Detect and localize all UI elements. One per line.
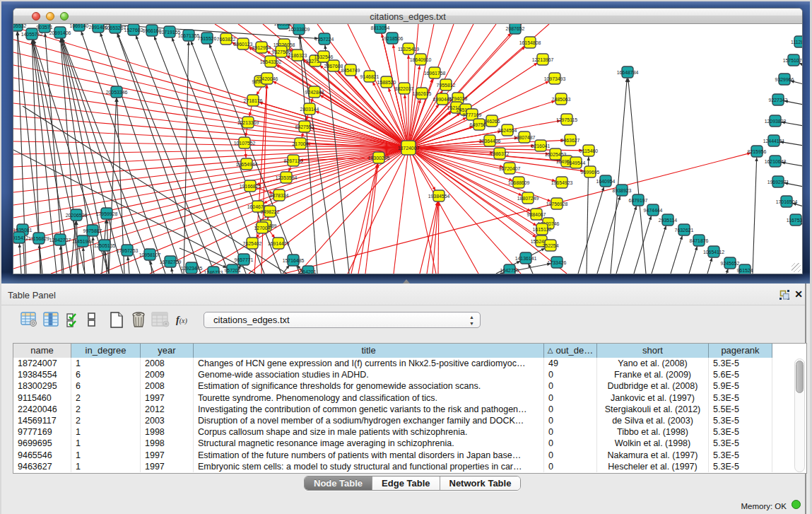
tab-edge-table[interactable]: Edge Table bbox=[372, 477, 440, 490]
table-cell[interactable]: Yano et al. (2008) bbox=[597, 358, 709, 369]
delete-icon[interactable] bbox=[130, 312, 147, 331]
table-row[interactable]: 946554611997Estimation of the future num… bbox=[13, 450, 772, 461]
table-cell[interactable]: Hescheler et al. (1997) bbox=[597, 461, 709, 472]
table-cell[interactable]: 0 bbox=[544, 415, 597, 426]
rows-icon[interactable] bbox=[88, 313, 96, 329]
table-cell[interactable]: 2 bbox=[71, 404, 141, 415]
table-cell[interactable]: 5.3E-5 bbox=[709, 438, 772, 449]
table-cell[interactable]: 5.3E-5 bbox=[709, 426, 772, 438]
table-row[interactable]: 911546021997Tourette syndrome. Phenomeno… bbox=[13, 392, 772, 404]
table-settings-icon[interactable] bbox=[20, 312, 37, 330]
table-cell[interactable]: 1997 bbox=[141, 392, 194, 404]
table-cell[interactable]: 5.3E-5 bbox=[709, 392, 772, 404]
column-header-year[interactable]: year bbox=[141, 344, 194, 358]
table-cell[interactable]: 9463627 bbox=[13, 461, 71, 472]
table-cell[interactable]: Disruption of a novel member of a sodium… bbox=[194, 415, 544, 426]
show-columns-icon[interactable] bbox=[43, 312, 59, 330]
table-cell[interactable]: Jankovic et al. (1997) bbox=[597, 392, 709, 404]
table-cell[interactable]: 1998 bbox=[141, 426, 194, 438]
table-cell[interactable]: 1 bbox=[71, 438, 141, 449]
table-vertical-scrollbar[interactable] bbox=[794, 358, 805, 472]
table-cell[interactable]: Changes of HCN gene expression and I(f) … bbox=[194, 358, 544, 369]
table-cell[interactable]: de Silva et al. (2003) bbox=[597, 415, 709, 426]
table-cell[interactable]: 9465546 bbox=[13, 450, 71, 461]
table-cell[interactable]: 0 bbox=[544, 392, 597, 404]
window-resize-grip[interactable] bbox=[792, 263, 801, 272]
table-row[interactable]: 946362711997Embryonic stem cells: a mode… bbox=[13, 461, 772, 472]
table-cell[interactable]: 6 bbox=[71, 369, 141, 380]
table-cell[interactable]: Corpus callosum shape and size in male p… bbox=[194, 426, 544, 438]
table-cell[interactable]: Investigating the contribution of common… bbox=[194, 404, 544, 415]
scrollbar-thumb[interactable] bbox=[796, 361, 804, 393]
table-cell[interactable]: 5.3E-5 bbox=[709, 358, 772, 369]
table-row[interactable]: 1830029562008Estimation of significance … bbox=[13, 380, 772, 392]
table-row[interactable]: 2242004622012Investigating the contribut… bbox=[13, 404, 772, 415]
close-panel-icon[interactable]: ✕ bbox=[793, 288, 804, 300]
table-cell[interactable]: 5.3E-5 bbox=[709, 415, 772, 426]
table-cell[interactable]: 1 bbox=[71, 461, 141, 472]
table-cell[interactable]: 0 bbox=[544, 450, 597, 461]
table-cell[interactable]: Embryonic stem cells: a model to study s… bbox=[194, 461, 544, 472]
table-cell[interactable]: Structural magnetic resonance image aver… bbox=[194, 438, 544, 449]
column-header-short[interactable]: short bbox=[597, 344, 709, 358]
table-cell[interactable]: 1997 bbox=[141, 461, 194, 472]
table-cell[interactable]: 1998 bbox=[141, 438, 194, 449]
select-columns-icon[interactable] bbox=[66, 313, 81, 330]
table-cell[interactable]: 5.3E-5 bbox=[709, 461, 772, 472]
table-cell[interactable]: Stergiakouli et al. (2012) bbox=[597, 404, 709, 415]
tab-node-table[interactable]: Node Table bbox=[305, 477, 372, 490]
table-cell[interactable]: 5.9E-5 bbox=[709, 380, 772, 392]
table-cell[interactable]: Wolkin et al. (1998) bbox=[597, 438, 709, 449]
window-titlebar[interactable]: citations_edges.txt bbox=[13, 8, 802, 24]
table-cell[interactable]: 2003 bbox=[141, 415, 194, 426]
table-selector-dropdown[interactable]: citations_edges.txt ▲▼ bbox=[204, 312, 481, 328]
table-cell[interactable]: 0 bbox=[544, 461, 597, 472]
column-header-out_de[interactable]: △out_de… bbox=[544, 344, 597, 358]
table-cell[interactable]: 2008 bbox=[141, 358, 194, 369]
table-row[interactable]: 1872400712008Changes of HCN gene express… bbox=[13, 358, 772, 369]
table-cell[interactable]: Franke et al. (2009) bbox=[597, 369, 709, 380]
table-cell[interactable]: 0 bbox=[544, 404, 597, 415]
network-graph-canvas[interactable]: 1605532140557129035712069140610691402091… bbox=[13, 24, 802, 274]
column-header-title[interactable]: title bbox=[194, 344, 544, 358]
column-header-in_degree[interactable]: in_degree bbox=[71, 344, 141, 358]
table-row[interactable]: 969969511998Structural magnetic resonanc… bbox=[13, 438, 772, 449]
float-window-icon[interactable] bbox=[779, 290, 790, 300]
table-cell[interactable]: Dudbridge et al. (2008) bbox=[597, 380, 709, 392]
table-cell[interactable]: 0 bbox=[544, 369, 597, 380]
table-cell[interactable]: Tibbo et al. (1998) bbox=[597, 426, 709, 438]
table-cell[interactable]: Estimation of significance thresholds fo… bbox=[194, 380, 544, 392]
table-cell[interactable]: 9777169 bbox=[13, 426, 71, 438]
table-cell[interactable]: 18300295 bbox=[13, 380, 71, 392]
table-cell[interactable]: 2 bbox=[71, 415, 141, 426]
table-cell[interactable]: 1 bbox=[71, 358, 141, 369]
network-view-window[interactable]: citations_edges.txt 16055321405571290357… bbox=[13, 8, 803, 274]
table-cell[interactable]: 9699695 bbox=[13, 438, 71, 449]
table-cell[interactable]: Tourette syndrome. Phenomenology and cla… bbox=[194, 392, 544, 404]
table-cell[interactable]: 1 bbox=[71, 426, 141, 438]
column-header-pagerank[interactable]: pagerank bbox=[709, 344, 772, 358]
table-cell[interactable]: 14569117 bbox=[13, 415, 71, 426]
table-cell[interactable]: 5.6E-5 bbox=[709, 369, 772, 380]
table-cell[interactable]: 2009 bbox=[141, 369, 194, 380]
citation-network-graph[interactable]: 1605532140557129035712069140610691402091… bbox=[13, 24, 802, 274]
table-row[interactable]: 1456911722003Disruption of a novel membe… bbox=[13, 415, 772, 426]
table-cell[interactable]: 19384554 bbox=[13, 369, 71, 380]
table-cell[interactable]: 1997 bbox=[141, 450, 194, 461]
function-builder-icon[interactable]: f(x) bbox=[176, 314, 187, 326]
table-cell[interactable]: 0 bbox=[544, 426, 597, 438]
table-row[interactable]: 1938455462009Genome-wide association stu… bbox=[13, 369, 772, 380]
table-cell[interactable]: 2012 bbox=[141, 404, 194, 415]
table-cell[interactable]: 9115460 bbox=[13, 392, 71, 404]
table-cell[interactable]: 6 bbox=[71, 380, 141, 392]
table-cell[interactable]: 1 bbox=[71, 450, 141, 461]
table-cell[interactable]: Nakamura et al. (1997) bbox=[597, 450, 709, 461]
column-header-name[interactable]: name bbox=[13, 344, 71, 358]
table-cell[interactable]: Genome-wide association studies in ADHD. bbox=[194, 369, 544, 380]
table-cell[interactable]: 5.3E-5 bbox=[709, 450, 772, 461]
import-table-icon[interactable] bbox=[151, 312, 170, 330]
table-row[interactable]: 977716911998Corpus callosum shape and si… bbox=[13, 426, 772, 438]
table-cell[interactable]: 0 bbox=[544, 380, 597, 392]
table-cell[interactable]: 0 bbox=[544, 438, 597, 449]
table-cell[interactable]: 18724007 bbox=[13, 358, 71, 369]
